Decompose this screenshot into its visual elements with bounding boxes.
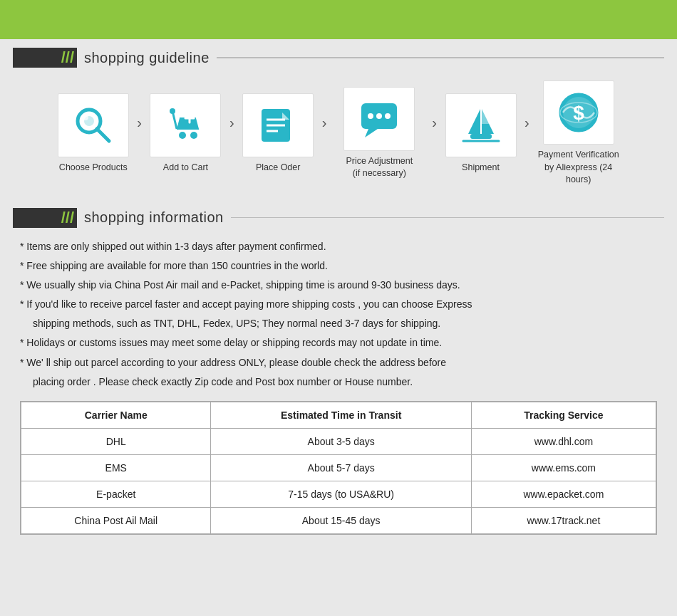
transit-dhl: About 3-5 days [211, 429, 471, 455]
info-line-6-cont: placing order . Please check exactly Zip… [20, 373, 657, 391]
info-line-3: * We usually ship via China Post Air mai… [20, 276, 657, 294]
svg-point-19 [376, 113, 382, 119]
table-row: E-packet 7-15 days (to USA&RU) www.epack… [21, 481, 656, 508]
info-header-icon-block: /// [13, 208, 77, 228]
information-title: shopping information [84, 209, 224, 226]
info-text: * Items are only shipped out within 1-3 … [0, 238, 677, 392]
search-icon [72, 104, 115, 147]
info-header-slash-icon: /// [61, 209, 74, 227]
info-line-4-cont: shipping methods, such as TNT, DHL, Fede… [20, 315, 657, 333]
arrow-3: › [322, 115, 327, 131]
info-line-6: * We' ll ship out parcel according to yo… [20, 354, 657, 372]
payment-icon: $ [557, 91, 600, 134]
step-icon-add-to-cart [150, 93, 221, 157]
information-header: /// shopping information [13, 208, 664, 228]
step-place-order: Place Oder [237, 93, 319, 174]
chat-icon [358, 98, 400, 140]
table-header-row: Carrier Name Estimated Time in Transit T… [21, 402, 656, 429]
col-header-carrier: Carrier Name [21, 402, 211, 429]
guideline-header: /// shopping guideline [13, 48, 664, 68]
table-row: China Post Ail Mail About 15-45 days www… [21, 508, 656, 534]
info-line-2: * Free shipping are available for more t… [20, 257, 657, 275]
cart-icon [164, 104, 207, 147]
arrow-2: › [229, 115, 234, 131]
carrier-dhl: DHL [21, 429, 211, 455]
steps-container: Choose Products › Add to Cart › [0, 75, 677, 199]
svg-line-1 [97, 129, 109, 141]
top-banner [0, 0, 677, 39]
svg-point-18 [368, 113, 373, 119]
header-icon-block: /// [13, 48, 77, 68]
order-icon [257, 104, 299, 147]
svg-point-3 [83, 115, 88, 120]
svg-point-20 [385, 113, 391, 119]
step-label-payment-verification: Payment Verificationby Aliexpress (24 ho… [532, 149, 625, 187]
tracking-ems: www.ems.com [471, 455, 656, 481]
step-icon-choose-products [58, 93, 129, 157]
table-row: DHL About 3-5 days www.dhl.com [21, 429, 656, 455]
step-label-place-order: Place Oder [256, 162, 301, 174]
col-header-tracking: Tracking Service [471, 402, 656, 429]
transit-epacket: 7-15 days (to USA&RU) [211, 481, 471, 508]
step-label-shipment: Shipment [462, 162, 500, 174]
info-line-4: * If you'd like to receive parcel faster… [20, 296, 657, 313]
ship-icon [460, 104, 502, 147]
table-row: EMS About 5-7 days www.ems.com [21, 455, 656, 481]
step-icon-shipment [445, 93, 517, 157]
step-label-choose-products: Choose Products [59, 162, 128, 174]
info-line-5: * Holidays or customs issues may meet so… [20, 334, 657, 352]
info-section: * Items are only shipped out within 1-3 … [0, 235, 677, 557]
svg-point-6 [179, 132, 186, 139]
guideline-line [217, 57, 664, 58]
tracking-dhl: www.dhl.com [471, 429, 656, 455]
step-shipment: Shipment [440, 93, 522, 174]
arrow-4: › [432, 115, 437, 131]
step-icon-price-adjustment [343, 87, 415, 151]
information-line [231, 217, 664, 219]
transit-ems: About 5-7 days [211, 455, 471, 481]
tracking-epacket: www.epacket.com [471, 481, 656, 508]
col-header-transit: Estimated Time in Transit [211, 402, 471, 429]
carrier-epacket: E-packet [21, 481, 211, 508]
carrier-table: Carrier Name Estimated Time in Transit T… [21, 402, 656, 534]
step-label-price-adjustment: Price Adjustment(if necessary) [346, 155, 413, 180]
step-payment-verification: $ Payment Verificationby Aliexpress (24 … [532, 80, 625, 187]
svg-rect-23 [470, 134, 492, 139]
carrier-ems: EMS [21, 455, 211, 481]
transit-chinapost: About 15-45 days [211, 508, 471, 534]
carrier-table-wrapper: Carrier Name Estimated Time in Transit T… [20, 401, 657, 535]
step-price-adjustment: Price Adjustment(if necessary) [329, 87, 429, 180]
info-line-1: * Items are only shipped out within 1-3 … [20, 238, 657, 256]
guideline-title: shopping guideline [84, 50, 210, 66]
svg-marker-21 [365, 129, 378, 137]
arrow-1: › [137, 115, 142, 131]
step-add-to-cart: Add to Cart [145, 93, 227, 174]
step-choose-products: Choose Products [52, 93, 134, 174]
carrier-chinapost: China Post Ail Mail [21, 508, 211, 534]
step-label-add-to-cart: Add to Cart [163, 162, 208, 174]
svg-point-7 [190, 132, 197, 139]
tracking-chinapost: www.17track.net [471, 508, 656, 534]
step-icon-place-order [242, 93, 314, 157]
svg-line-5 [172, 111, 177, 129]
step-icon-payment-verification: $ [543, 80, 614, 145]
svg-marker-26 [481, 108, 491, 124]
header-slash-icon: /// [61, 48, 74, 67]
arrow-5: › [524, 115, 529, 131]
